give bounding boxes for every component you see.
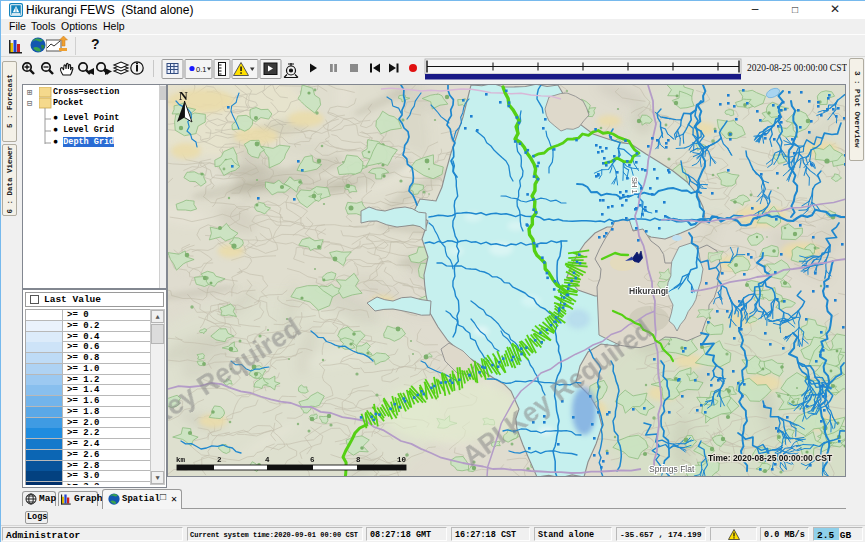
svg-text:2: 2 — [217, 456, 222, 464]
svg-text:4: 4 — [265, 456, 270, 464]
svg-text:Springs Flat: Springs Flat — [649, 464, 695, 474]
svg-text:10: 10 — [397, 456, 407, 464]
svg-text:Hikurangi: Hikurangi — [629, 286, 668, 296]
svg-text:6: 6 — [310, 456, 315, 464]
svg-text:km: km — [176, 456, 186, 464]
svg-text:N: N — [179, 89, 188, 103]
svg-text:0.1: 0.1 — [196, 65, 206, 74]
svg-text:SH 1: SH 1 — [630, 177, 639, 194]
svg-text:8: 8 — [356, 456, 361, 464]
svg-text:Time: 2020-08-25 00:00:00 CST: Time: 2020-08-25 00:00:00 CST — [708, 453, 833, 463]
svg-text:2020-08-25 00:00:00 CST: 2020-08-25 00:00:00 CST — [747, 63, 847, 73]
